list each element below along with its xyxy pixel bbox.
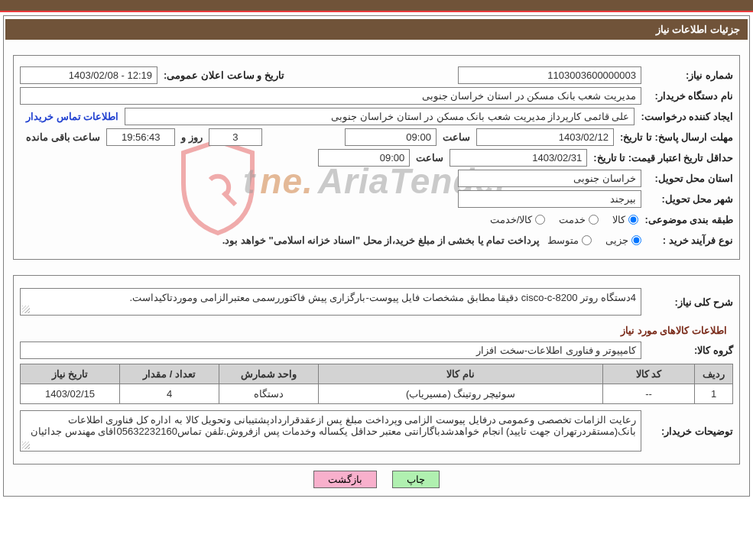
requester-field: علی قائمی کارپرداز مدیریت شعب بانک مسکن …	[125, 108, 635, 125]
back-button[interactable]: بازگشت	[313, 471, 377, 488]
cell-unit: دستگاه	[219, 384, 319, 404]
buyer-notes-field: رعایت الزامات تخصصی وعمومی درفایل پیوست …	[20, 410, 641, 452]
need-number-field: 1103003600000003	[458, 66, 641, 84]
cell-qty: 4	[120, 384, 219, 404]
validity-time-field: 09:00	[318, 149, 410, 167]
deadline-date-field: 1403/02/12	[476, 128, 614, 146]
items-table: ردیف کد کالا نام کالا واحد شمارش تعداد /…	[20, 364, 733, 404]
table-header-row: ردیف کد کالا نام کالا واحد شمارش تعداد /…	[21, 364, 733, 384]
group-label: گروه کالا:	[641, 345, 733, 356]
cell-row: 1	[695, 384, 733, 404]
purchase-type-radio-group: جزیی متوسط	[547, 235, 641, 246]
action-buttons: چاپ بازگشت	[5, 471, 748, 488]
print-button[interactable]: چاپ	[392, 471, 440, 488]
decorative-top-brown-bar	[0, 0, 753, 11]
class-kala-radio[interactable]: کالا	[612, 214, 638, 225]
cell-date: 1403/02/15	[21, 384, 120, 404]
need-desc-label: شرح کلی نیاز:	[641, 296, 733, 308]
need-desc-field: 4دستگاه روتر cisco-c-8200 دقیقا مطابق مش…	[20, 288, 641, 316]
class-khedmat-radio[interactable]: خدمت	[559, 214, 599, 225]
deadline-time-field: 09:00	[345, 128, 437, 146]
time-label-2: ساعت	[416, 152, 443, 163]
cell-code: --	[603, 384, 695, 404]
th-date: تاریخ نیاز	[21, 364, 120, 384]
days-remaining-field: 3	[209, 128, 262, 146]
table-row: 1 -- سوئیچر روتینگ (مسیریاب) دستگاه 4 14…	[21, 384, 733, 404]
resize-handle-icon[interactable]	[22, 442, 30, 449]
days-label: روز و	[181, 131, 203, 143]
buyer-org-label: نام دستگاه خریدار:	[641, 90, 733, 102]
group-field: کامپیوتر و فناوری اطلاعات-سخت افزار	[20, 342, 641, 359]
cell-name: سوئیچر روتینگ (مسیریاب)	[319, 384, 603, 404]
buyer-org-field: مدیریت شعب بانک مسکن در استان خراسان جنو…	[20, 87, 641, 105]
validity-date-field: 1403/02/31	[450, 149, 587, 167]
requester-label: ایجاد کننده درخواست:	[635, 111, 733, 122]
class-both-radio[interactable]: کالا/خدمت	[490, 214, 546, 225]
deadline-label: مهلت ارسال پاسخ: تا تاریخ:	[614, 131, 733, 143]
pt-partial-radio[interactable]: جزیی	[605, 235, 641, 246]
buyer-notes-label: توضیحات خریدار:	[641, 426, 733, 437]
need-number-label: شماره نیاز:	[641, 70, 733, 81]
city-field: بیرجند	[458, 190, 641, 208]
validity-label: حداقل تاریخ اعتبار قیمت: تا تاریخ:	[587, 152, 733, 163]
classification-label: طبقه بندی موضوعی:	[638, 214, 733, 225]
th-row: ردیف	[695, 364, 733, 384]
resize-handle-icon[interactable]	[22, 306, 30, 313]
time-remaining-field: 19:56:43	[106, 128, 175, 146]
pt-medium-radio[interactable]: متوسط	[547, 235, 592, 246]
th-unit: واحد شمارش	[219, 364, 319, 384]
items-section-title: اطلاعات کالاهای مورد نیاز	[26, 325, 727, 336]
th-code: کد کالا	[603, 364, 695, 384]
buyer-contact-link[interactable]: اطلاعات تماس خریدار	[26, 111, 118, 122]
purchase-type-label: نوع فرآیند خرید :	[641, 235, 733, 246]
page-frame: جزئیات اطلاعات نیاز AriaTender.net شماره…	[3, 15, 750, 497]
province-label: استان محل تحویل:	[641, 173, 733, 184]
time-label-1: ساعت	[443, 131, 470, 143]
purchase-note: پرداخت تمام یا بخشی از مبلغ خرید،از محل …	[222, 235, 540, 246]
need-info-panel: شماره نیاز: 1103003600000003 تاریخ و ساع…	[13, 55, 740, 260]
th-name: نام کالا	[319, 364, 603, 384]
announce-label: تاریخ و ساعت اعلان عمومی:	[157, 70, 284, 81]
page-title: جزئیات اطلاعات نیاز	[656, 24, 740, 35]
th-qty: تعداد / مقدار	[120, 364, 219, 384]
decorative-red-bar	[0, 11, 753, 12]
city-label: شهر محل تحویل:	[641, 193, 733, 205]
province-field: خراسان جنوبی	[458, 170, 641, 187]
need-detail-panel: شرح کلی نیاز: 4دستگاه روتر cisco-c-8200 …	[13, 275, 740, 465]
classification-radio-group: کالا خدمت کالا/خدمت	[490, 214, 639, 225]
remaining-label: ساعت باقی مانده	[26, 131, 100, 143]
announce-field: 12:19 - 1403/02/08	[20, 66, 157, 84]
page-title-bar: جزئیات اطلاعات نیاز	[5, 19, 748, 40]
